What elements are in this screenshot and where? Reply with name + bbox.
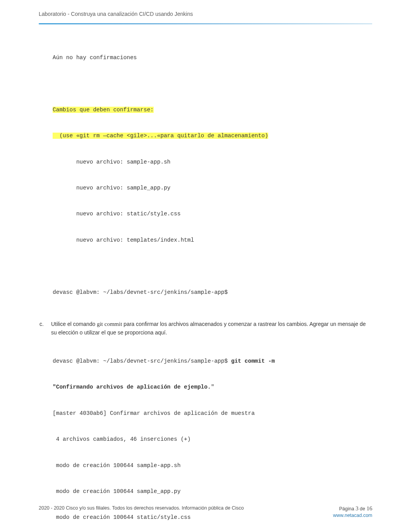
code-block-1: Aún no hay confirmaciones Cambios que de… bbox=[39, 36, 372, 314]
text: Utilice el comando bbox=[51, 321, 97, 327]
text: " bbox=[211, 384, 214, 390]
highlight-text: (use «git rm —cache <gile>...«para quita… bbox=[53, 133, 268, 139]
highlight-text: Cambios que deben confirmarse: bbox=[53, 107, 154, 113]
code-line: nuevo archivo: sample_app.py bbox=[53, 184, 372, 192]
code-block-2: devasc @labvm: ~/labs/devnet-src/jenkins… bbox=[39, 339, 372, 532]
page-header: Laboratorio - Construya una canalización… bbox=[0, 0, 411, 21]
copyright-text: 2020 - 2020 Cisco y/o sus filiales. Todo… bbox=[39, 505, 244, 511]
code-line: modo de creación 100644 sample_app.py bbox=[53, 487, 372, 496]
code-line bbox=[53, 262, 372, 270]
page-total: 16 bbox=[366, 505, 372, 512]
footer-right: Página 3 de 16 bbox=[339, 505, 372, 512]
footer-left: 2020 - 2020 Cisco y/o sus filiales. Todo… bbox=[39, 505, 244, 512]
command: git commit -m bbox=[231, 358, 278, 364]
step-text: Utilice el comando git commit para confi… bbox=[51, 320, 372, 336]
text: de bbox=[358, 506, 366, 512]
footer-link[interactable]: www.netacad.com bbox=[39, 513, 372, 518]
code-line: nuevo archivo: static/style.css bbox=[53, 210, 372, 218]
code-line bbox=[53, 79, 372, 88]
code-line: Cambios que deben confirmarse: bbox=[53, 106, 372, 114]
code-line: [master 4030ab6] Confirmar archivos de a… bbox=[53, 409, 372, 418]
code-line: nuevo archivo: sample-app.sh bbox=[53, 158, 372, 166]
header-divider bbox=[39, 23, 372, 24]
text: Página bbox=[339, 506, 355, 512]
code-line: nuevo archivo: templates/index.html bbox=[53, 236, 372, 244]
code-line: devasc @labvm: ~/labs/devnet-src/jenkins… bbox=[53, 357, 372, 365]
code-line: 4 archivos cambiados, 46 inserciones (+) bbox=[53, 435, 372, 443]
page-footer: 2020 - 2020 Cisco y/o sus filiales. Todo… bbox=[39, 505, 372, 518]
prompt: devasc @labvm: ~/labs/devnet-src/jenkins… bbox=[53, 358, 231, 364]
command: "Confirmando archivos de aplicación de e… bbox=[53, 384, 211, 390]
page-body: Aún no hay confirmaciones Cambios que de… bbox=[0, 36, 411, 532]
code-line: devasc @labvm: ~/labs/devnet-src/jenkins… bbox=[53, 288, 372, 297]
inline-command: git commit bbox=[97, 321, 123, 327]
code-line: modo de creación 100644 sample-app.sh bbox=[53, 461, 372, 470]
code-line: (use «git rm —cache <gile>...«para quita… bbox=[53, 131, 372, 140]
code-line: Aún no hay confirmaciones bbox=[53, 53, 372, 62]
step-label: c. bbox=[39, 320, 50, 328]
code-line: "Confirmando archivos de aplicación de e… bbox=[53, 383, 372, 391]
step-c: c. Utilice el comando git commit para co… bbox=[39, 320, 372, 336]
